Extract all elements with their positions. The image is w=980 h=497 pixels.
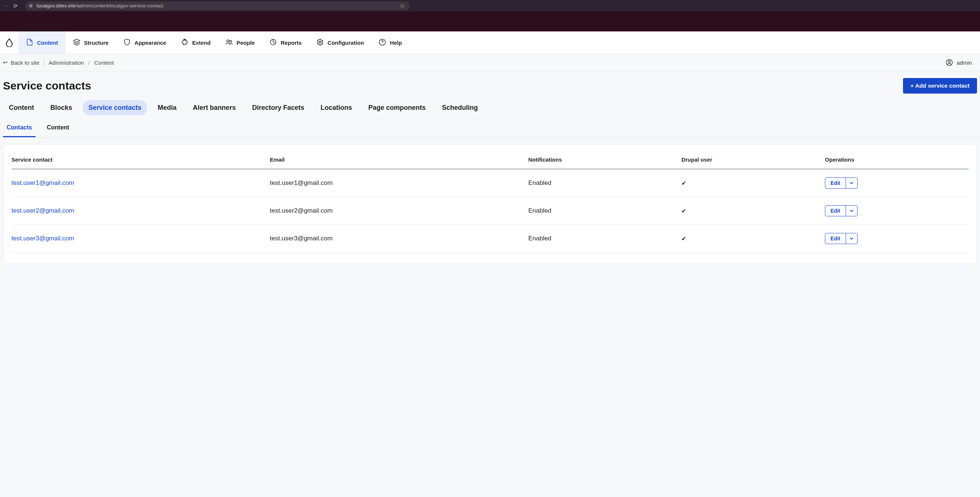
breadcrumb-separator: / bbox=[89, 60, 90, 66]
table-row: test.user1@gmail.comtest.user1@gmail.com… bbox=[11, 169, 969, 197]
nav-label: Help bbox=[390, 40, 402, 46]
notifications-cell: Enabled bbox=[528, 197, 681, 225]
col-email: Email bbox=[270, 152, 528, 169]
nav-appearance[interactable]: Appearance bbox=[116, 32, 173, 54]
col-service-contact: Service contact bbox=[11, 152, 270, 169]
svg-point-6 bbox=[382, 43, 383, 44]
layers-icon bbox=[73, 38, 80, 47]
users-icon bbox=[225, 38, 233, 47]
drupal-user-cell: ✔ bbox=[681, 169, 825, 197]
operations-toggle[interactable] bbox=[846, 178, 857, 188]
operations-dropbutton: Edit bbox=[825, 205, 857, 216]
svg-point-8 bbox=[948, 60, 950, 62]
nav-extend[interactable]: Extend bbox=[173, 32, 218, 54]
forward-icon[interactable]: → bbox=[3, 3, 8, 9]
content-card: Service contact Email Notifications Drup… bbox=[3, 144, 977, 264]
secondary-tabs: ContactsContent bbox=[0, 115, 980, 138]
address-bar[interactable]: ⚙ localgov.ddev.site/admin/content/local… bbox=[25, 2, 410, 10]
tab-alert-banners[interactable]: Alert banners bbox=[187, 100, 242, 115]
current-user[interactable]: admin bbox=[946, 59, 977, 66]
service-contact-link[interactable]: test.user2@gmail.com bbox=[11, 207, 74, 214]
nav-content[interactable]: Content bbox=[19, 32, 65, 54]
tab-service-contacts[interactable]: Service contacts bbox=[83, 100, 147, 115]
operations-toggle[interactable] bbox=[846, 206, 857, 216]
tab-locations[interactable]: Locations bbox=[315, 100, 358, 115]
user-name: admin bbox=[957, 60, 972, 66]
divider bbox=[44, 59, 45, 67]
edit-button[interactable]: Edit bbox=[825, 178, 846, 188]
chevron-down-icon bbox=[850, 181, 853, 185]
edit-button[interactable]: Edit bbox=[825, 233, 846, 244]
service-contact-link[interactable]: test.user1@gmail.com bbox=[11, 179, 74, 186]
shield-icon bbox=[123, 38, 130, 47]
drupal-user-cell: ✔ bbox=[681, 197, 825, 225]
breadcrumb-administration[interactable]: Administration bbox=[49, 60, 84, 66]
nav-label: Appearance bbox=[134, 40, 166, 46]
primary-tabs: ContentBlocksService contactsMediaAlert … bbox=[0, 97, 980, 115]
nav-structure[interactable]: Structure bbox=[65, 32, 116, 54]
puzzle-icon bbox=[181, 38, 188, 47]
nav-people[interactable]: People bbox=[218, 32, 262, 54]
gear-icon bbox=[317, 38, 324, 47]
table-row: test.user3@gmail.comtest.user3@gmail.com… bbox=[11, 225, 969, 252]
tab-blocks[interactable]: Blocks bbox=[45, 100, 78, 115]
bookmark-star-icon[interactable]: ☆ bbox=[400, 2, 405, 9]
drupal-logo[interactable] bbox=[0, 32, 19, 54]
browser-toolbar: → ⟳ ⚙ localgov.ddev.site/admin/content/l… bbox=[0, 0, 980, 11]
operations-dropbutton: Edit bbox=[825, 233, 857, 244]
col-drupal-user: Drupal user bbox=[681, 152, 825, 169]
nav-label: People bbox=[237, 40, 255, 46]
edit-button[interactable]: Edit bbox=[825, 206, 846, 216]
service-contact-link[interactable]: test.user3@gmail.com bbox=[11, 235, 74, 242]
back-to-site-link[interactable]: ↩ Back to site bbox=[3, 59, 40, 66]
email-cell: test.user1@gmail.com bbox=[270, 169, 528, 197]
chevron-down-icon bbox=[850, 209, 853, 213]
svg-point-2 bbox=[230, 40, 232, 42]
tab-page-components[interactable]: Page components bbox=[362, 100, 431, 115]
email-cell: test.user3@gmail.com bbox=[270, 225, 528, 252]
chart-icon bbox=[269, 38, 277, 47]
back-label: Back to site bbox=[11, 60, 40, 66]
user-icon bbox=[946, 59, 953, 66]
reload-icon[interactable]: ⟳ bbox=[13, 3, 18, 9]
file-icon bbox=[26, 38, 33, 47]
email-cell: test.user2@gmail.com bbox=[270, 197, 528, 225]
nav-label: Extend bbox=[192, 40, 211, 46]
site-header-band bbox=[0, 11, 980, 32]
site-settings-icon[interactable]: ⚙ bbox=[29, 3, 33, 8]
tab-scheduling[interactable]: Scheduling bbox=[436, 100, 484, 115]
tab-content[interactable]: Content bbox=[3, 100, 40, 115]
service-contacts-table: Service contact Email Notifications Drup… bbox=[11, 152, 969, 252]
table-header-row: Service contact Email Notifications Drup… bbox=[11, 152, 969, 169]
col-operations: Operations bbox=[825, 152, 969, 169]
subtab-contacts[interactable]: Contacts bbox=[3, 121, 35, 137]
subtab-content[interactable]: Content bbox=[43, 121, 73, 137]
nav-help[interactable]: Help bbox=[371, 32, 409, 54]
add-service-contact-button[interactable]: + Add service contact bbox=[903, 78, 977, 94]
svg-point-4 bbox=[320, 41, 321, 43]
page-title: Service contacts bbox=[3, 79, 91, 92]
svg-point-1 bbox=[227, 40, 229, 42]
nav-label: Structure bbox=[84, 40, 109, 46]
admin-toolbar: ContentStructureAppearanceExtendPeopleRe… bbox=[0, 32, 980, 54]
nav-label: Reports bbox=[280, 40, 302, 46]
notifications-cell: Enabled bbox=[528, 169, 681, 197]
question-icon bbox=[379, 38, 386, 47]
nav-label: Content bbox=[37, 40, 58, 46]
nav-configuration[interactable]: Configuration bbox=[309, 32, 371, 54]
nav-reports[interactable]: Reports bbox=[262, 32, 309, 54]
page-header: Service contacts + Add service contact bbox=[0, 71, 980, 97]
url-text: localgov.ddev.site/admin/content/localgo… bbox=[37, 3, 163, 8]
table-row: test.user2@gmail.comtest.user2@gmail.com… bbox=[11, 197, 969, 225]
operations-toggle[interactable] bbox=[846, 233, 857, 244]
tab-media[interactable]: Media bbox=[152, 100, 183, 115]
breadcrumb-content[interactable]: Content bbox=[94, 60, 114, 66]
breadcrumb-row: ↩ Back to site Administration / Content … bbox=[0, 54, 980, 71]
chevron-down-icon bbox=[850, 237, 853, 240]
operations-dropbutton: Edit bbox=[825, 178, 857, 189]
col-notifications: Notifications bbox=[528, 152, 681, 169]
tab-directory-facets[interactable]: Directory Facets bbox=[246, 100, 310, 115]
nav-label: Configuration bbox=[328, 40, 364, 46]
drupal-user-cell: ✔ bbox=[681, 225, 825, 252]
back-arrow-icon: ↩ bbox=[3, 59, 8, 66]
